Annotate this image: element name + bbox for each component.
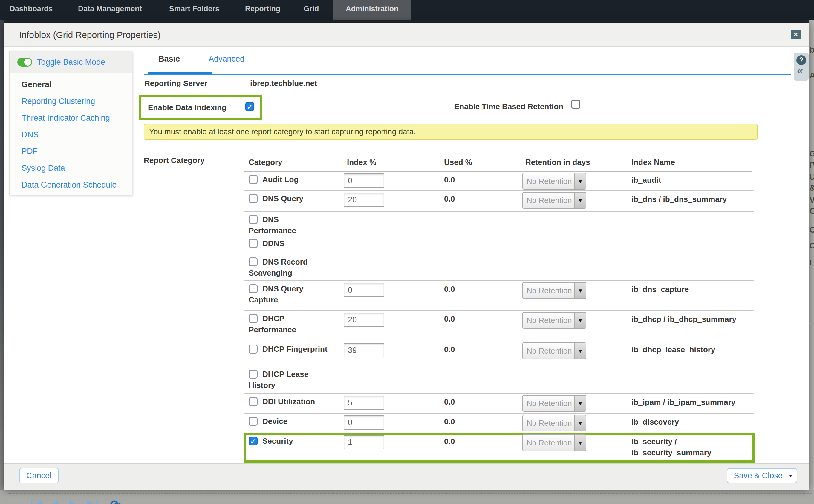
category-checkbox-ddi-utilization[interactable] (249, 397, 258, 406)
retention-select-device[interactable]: No Retention▼ (522, 415, 586, 431)
next-page-icon[interactable]: ▶ (69, 497, 77, 504)
retention-selected-value: No Retention (526, 283, 572, 298)
refresh-icon[interactable]: ⟳ (110, 497, 120, 504)
index-percent-input-device[interactable] (344, 415, 384, 430)
basic-mode-toggle[interactable] (17, 58, 32, 67)
report-category-label: Report Category (144, 156, 205, 165)
nav-tab-data-management[interactable]: Data Management (78, 0, 142, 20)
retention-select-dhcp-performance[interactable]: No Retention▼ (522, 312, 586, 329)
category-checkbox-dns-record-scavenging[interactable] (249, 257, 258, 266)
category-checkbox-dns-query[interactable] (249, 194, 258, 203)
enable-time-based-retention-label: Enable Time Based Retention (454, 102, 563, 111)
background-clipped-text: U (810, 173, 814, 182)
sidebar-item-pdf[interactable]: PDF (21, 145, 116, 162)
used-percent-value: 0.0 (444, 397, 455, 407)
category-checkbox-dns-performance[interactable] (249, 215, 258, 224)
background-clipped-text: V (810, 196, 814, 205)
category-checkbox-device[interactable] (249, 417, 258, 426)
index-percent-input-dhcp-fingerprint[interactable] (344, 343, 384, 357)
category-checkbox-ddns[interactable] (249, 239, 258, 248)
category-checkbox-audit-log[interactable] (249, 175, 258, 184)
index-percent-input-ddi-utilization[interactable] (344, 396, 384, 410)
background-clipped-text: C (810, 207, 814, 216)
index-percent-input-dns-query-capture[interactable] (344, 283, 384, 297)
column-header-used: Used % (444, 158, 472, 167)
category-row-dhcp-performance: DHCPPerformance0.0No Retention▼ib_dhcp /… (245, 311, 754, 341)
column-header-retention-in-days: Retention in days (525, 158, 590, 167)
nav-tab-grid[interactable]: Grid (304, 0, 319, 20)
category-row-dns-query: DNS Query0.0No Retention▼ib_dns / ib_dns… (245, 191, 754, 212)
chevron-down-icon[interactable]: ▼ (574, 193, 586, 208)
sidebar-item-reporting-clustering[interactable]: Reporting Clustering (21, 95, 116, 112)
chevron-down-icon[interactable]: ▼ (574, 343, 586, 359)
retention-select-security[interactable]: No Retention▼ (522, 434, 586, 451)
sidebar-item-syslog-data[interactable]: Syslog Data (21, 162, 116, 179)
collapse-icon[interactable]: « (797, 64, 803, 77)
used-percent-value: 0.0 (444, 285, 455, 294)
chevron-down-icon[interactable]: ▼ (574, 435, 586, 451)
index-percent-input-dhcp-performance[interactable] (344, 313, 384, 327)
chevron-down-icon[interactable]: ▼ (574, 415, 586, 431)
category-row-dhcp-fingerprint: DHCP Fingerprint0.0No Retention▼ib_dhcp_… (245, 341, 754, 366)
help-panel: ? « (794, 53, 809, 81)
nav-tab-administration[interactable]: Administration (333, 0, 411, 20)
background-clipped-text: P (810, 160, 814, 170)
index-percent-input-audit-log[interactable] (344, 173, 384, 188)
chevron-down-icon[interactable]: ▼ (574, 283, 586, 298)
used-percent-value: 0.0 (444, 194, 455, 204)
top-nav-bar: DashboardsData ManagementSmart FoldersRe… (0, 0, 814, 20)
enable-time-based-retention-checkbox[interactable] (571, 100, 580, 109)
cancel-button[interactable]: Cancel (19, 468, 59, 483)
category-cell: DHCP Fingerprint (249, 344, 328, 355)
nav-tab-dashboards[interactable]: Dashboards (10, 0, 53, 20)
nav-tab-reporting[interactable]: Reporting (245, 0, 280, 20)
sidebar-item-general[interactable]: General (21, 79, 116, 95)
first-page-icon[interactable]: |◀ (30, 497, 42, 504)
chevron-down-icon[interactable]: ▼ (574, 173, 586, 189)
index-percent-input-dns-query[interactable] (344, 193, 384, 207)
warning-banner: You must enable at least one report cate… (144, 124, 758, 140)
used-percent-value: 0.0 (444, 314, 455, 324)
close-icon[interactable]: ✕ (791, 30, 801, 39)
column-header-index-name: Index Name (632, 158, 675, 167)
previous-page-icon[interactable]: ◀ (49, 497, 58, 504)
category-cell: DNS RecordScavenging (249, 256, 328, 279)
tab-basic[interactable]: Basic (158, 54, 180, 64)
retention-selected-value: No Retention (526, 313, 572, 328)
retention-selected-value: No Retention (526, 173, 572, 189)
sidebar-item-threat-indicator-caching[interactable]: Threat Indicator Caching (21, 112, 116, 129)
help-icon[interactable]: ? (796, 55, 806, 65)
sidebar-item-dns[interactable]: DNS (21, 129, 116, 145)
category-checkbox-security[interactable]: ✓ (249, 437, 258, 445)
category-cell: DNS Performance (249, 214, 328, 236)
chevron-down-icon[interactable]: ▼ (574, 313, 586, 328)
retention-select-ddi-utilization[interactable]: No Retention▼ (522, 395, 586, 412)
save-and-close-button[interactable]: Save & Close ▼ (727, 468, 797, 483)
retention-select-audit-log[interactable]: No Retention▼ (522, 173, 586, 190)
enable-data-indexing-checkbox[interactable]: ✓ (245, 102, 254, 111)
nav-tab-smart-folders[interactable]: Smart Folders (169, 0, 219, 20)
last-page-icon[interactable]: ▶| (87, 497, 99, 504)
category-label-line: Performance (249, 324, 328, 335)
background-clipped-text: I (810, 258, 814, 268)
enable-data-indexing-label: Enable Data Indexing (148, 97, 227, 118)
sidebar-item-data-generation-schedule[interactable]: Data Generation Schedule (21, 179, 116, 196)
retention-select-dhcp-fingerprint[interactable]: No Retention▼ (522, 342, 586, 359)
index-name-value: ib_audit (632, 175, 661, 186)
chevron-down-icon[interactable]: ▼ (574, 396, 586, 411)
toggle-basic-mode-label[interactable]: Toggle Basic Mode (37, 51, 105, 73)
category-cell: DNS QueryCapture (249, 283, 328, 305)
grid-reporting-properties-dialog: Infoblox (Grid Reporting Properties) ✕ ?… (4, 23, 809, 490)
category-checkbox-dhcp-fingerprint[interactable] (249, 345, 258, 354)
category-checkbox-dhcp-performance[interactable] (249, 314, 258, 323)
category-checkbox-dhcp-lease-history[interactable] (249, 370, 258, 379)
save-menu-arrow-icon[interactable]: ▼ (788, 469, 793, 483)
category-checkbox-dns-query-capture[interactable] (249, 284, 258, 293)
retention-select-dns-query[interactable]: No Retention▼ (522, 192, 586, 209)
retention-select-dns-query-capture[interactable]: No Retention▼ (522, 282, 586, 299)
index-name-value: ib_security /ib_security_summary (632, 436, 711, 458)
tab-advanced[interactable]: Advanced (209, 54, 245, 64)
category-cell: DNS Query (249, 193, 328, 204)
category-row-dns-performance: DNS Performance (245, 212, 754, 236)
index-percent-input-security[interactable] (344, 435, 384, 449)
